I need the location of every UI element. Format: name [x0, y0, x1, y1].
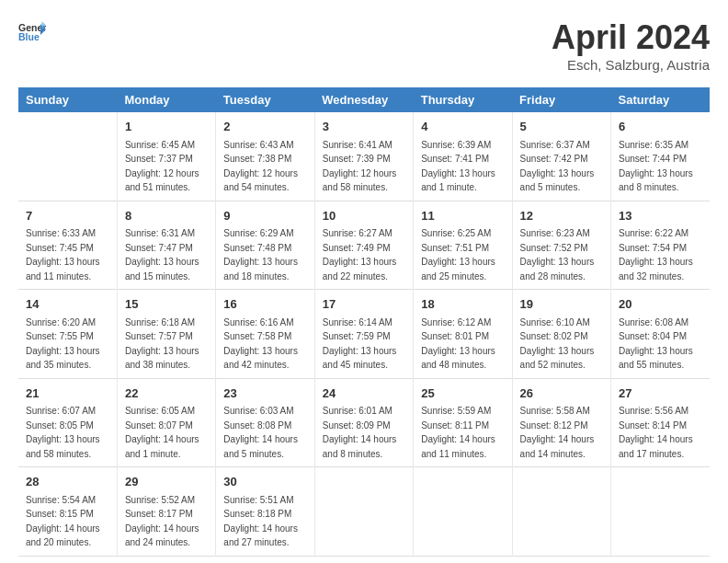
day-info: Sunrise: 6:35 AM Sunset: 7:44 PM Dayligh… — [619, 138, 702, 195]
calendar-location: Esch, Salzburg, Austria — [552, 57, 710, 73]
day-info: Sunrise: 6:08 AM Sunset: 8:04 PM Dayligh… — [619, 316, 702, 373]
day-cell: 28Sunrise: 5:54 AM Sunset: 8:15 PM Dayli… — [18, 467, 117, 557]
day-number: 29 — [125, 473, 208, 491]
day-cell: 27Sunrise: 5:56 AM Sunset: 8:14 PM Dayli… — [611, 378, 710, 467]
day-cell: 22Sunrise: 6:05 AM Sunset: 8:07 PM Dayli… — [117, 378, 215, 467]
day-cell — [314, 467, 413, 557]
day-cell: 29Sunrise: 5:52 AM Sunset: 8:17 PM Dayli… — [117, 467, 215, 557]
day-header-friday: Friday — [512, 87, 610, 112]
day-number: 2 — [223, 118, 306, 136]
day-header-thursday: Thursday — [414, 87, 512, 112]
day-cell: 6Sunrise: 6:35 AM Sunset: 7:44 PM Daylig… — [611, 112, 710, 201]
day-info: Sunrise: 6:23 AM Sunset: 7:52 PM Dayligh… — [520, 226, 603, 283]
calendar-title: April 2024 — [552, 18, 710, 57]
day-info: Sunrise: 6:27 AM Sunset: 7:49 PM Dayligh… — [323, 226, 405, 283]
day-number: 27 — [619, 385, 702, 403]
logo: General Blue — [18, 18, 46, 46]
day-cell: 25Sunrise: 5:59 AM Sunset: 8:11 PM Dayli… — [414, 378, 512, 467]
day-info: Sunrise: 6:07 AM Sunset: 8:05 PM Dayligh… — [26, 404, 109, 461]
day-number: 9 — [223, 207, 306, 225]
day-cell: 13Sunrise: 6:22 AM Sunset: 7:54 PM Dayli… — [611, 201, 710, 290]
day-number: 3 — [323, 118, 405, 136]
day-header-tuesday: Tuesday — [216, 87, 314, 112]
day-cell: 9Sunrise: 6:29 AM Sunset: 7:48 PM Daylig… — [216, 201, 314, 290]
day-cell: 1Sunrise: 6:45 AM Sunset: 7:37 PM Daylig… — [117, 112, 215, 201]
day-cell: 15Sunrise: 6:18 AM Sunset: 7:57 PM Dayli… — [117, 290, 215, 379]
day-number: 21 — [26, 385, 109, 403]
day-number: 12 — [520, 207, 603, 225]
day-number: 24 — [323, 385, 405, 403]
svg-text:Blue: Blue — [18, 31, 40, 42]
calendar-table: SundayMondayTuesdayWednesdayThursdayFrid… — [18, 87, 710, 557]
day-number: 15 — [125, 295, 208, 314]
day-number: 16 — [223, 295, 306, 314]
day-info: Sunrise: 6:45 AM Sunset: 7:37 PM Dayligh… — [125, 138, 208, 195]
days-header-row: SundayMondayTuesdayWednesdayThursdayFrid… — [18, 87, 710, 112]
day-number: 10 — [323, 207, 405, 225]
day-info: Sunrise: 5:56 AM Sunset: 8:14 PM Dayligh… — [619, 404, 702, 461]
day-number: 23 — [223, 385, 306, 403]
day-cell: 23Sunrise: 6:03 AM Sunset: 8:08 PM Dayli… — [216, 378, 314, 467]
day-cell: 30Sunrise: 5:51 AM Sunset: 8:18 PM Dayli… — [216, 467, 314, 557]
day-info: Sunrise: 6:25 AM Sunset: 7:51 PM Dayligh… — [421, 226, 504, 283]
day-number: 26 — [520, 385, 603, 403]
day-info: Sunrise: 5:52 AM Sunset: 8:17 PM Dayligh… — [125, 493, 208, 550]
day-number: 6 — [619, 118, 702, 136]
day-number: 5 — [520, 118, 603, 136]
day-info: Sunrise: 5:54 AM Sunset: 8:15 PM Dayligh… — [26, 493, 109, 550]
day-number: 8 — [125, 207, 208, 225]
week-row-4: 21Sunrise: 6:07 AM Sunset: 8:05 PM Dayli… — [18, 378, 710, 467]
day-info: Sunrise: 6:41 AM Sunset: 7:39 PM Dayligh… — [323, 138, 405, 195]
week-row-5: 28Sunrise: 5:54 AM Sunset: 8:15 PM Dayli… — [18, 467, 710, 557]
day-number: 22 — [125, 385, 208, 403]
day-info: Sunrise: 6:39 AM Sunset: 7:41 PM Dayligh… — [421, 138, 504, 195]
day-header-sunday: Sunday — [18, 87, 117, 112]
day-info: Sunrise: 6:05 AM Sunset: 8:07 PM Dayligh… — [125, 404, 208, 461]
day-cell: 18Sunrise: 6:12 AM Sunset: 8:01 PM Dayli… — [414, 290, 512, 379]
day-number: 14 — [26, 295, 109, 314]
day-cell: 16Sunrise: 6:16 AM Sunset: 7:58 PM Dayli… — [216, 290, 314, 379]
week-row-3: 14Sunrise: 6:20 AM Sunset: 7:55 PM Dayli… — [18, 290, 710, 379]
day-cell: 19Sunrise: 6:10 AM Sunset: 8:02 PM Dayli… — [512, 290, 610, 379]
day-number: 11 — [421, 207, 504, 225]
day-cell: 12Sunrise: 6:23 AM Sunset: 7:52 PM Dayli… — [512, 201, 610, 290]
logo-icon: General Blue — [18, 18, 46, 46]
day-number: 13 — [619, 207, 702, 225]
day-cell: 20Sunrise: 6:08 AM Sunset: 8:04 PM Dayli… — [611, 290, 710, 379]
day-cell: 7Sunrise: 6:33 AM Sunset: 7:45 PM Daylig… — [18, 201, 117, 290]
day-info: Sunrise: 6:29 AM Sunset: 7:48 PM Dayligh… — [223, 226, 306, 283]
day-info: Sunrise: 6:18 AM Sunset: 7:57 PM Dayligh… — [125, 316, 208, 373]
day-cell — [611, 467, 710, 557]
day-info: Sunrise: 5:51 AM Sunset: 8:18 PM Dayligh… — [223, 493, 306, 550]
day-number: 18 — [421, 295, 504, 314]
day-cell: 10Sunrise: 6:27 AM Sunset: 7:49 PM Dayli… — [314, 201, 413, 290]
day-number: 28 — [26, 473, 109, 491]
day-number: 19 — [520, 295, 603, 314]
week-row-2: 7Sunrise: 6:33 AM Sunset: 7:45 PM Daylig… — [18, 201, 710, 290]
day-info: Sunrise: 6:43 AM Sunset: 7:38 PM Dayligh… — [223, 138, 306, 195]
day-number: 17 — [323, 295, 405, 314]
day-info: Sunrise: 6:22 AM Sunset: 7:54 PM Dayligh… — [619, 226, 702, 283]
day-cell: 21Sunrise: 6:07 AM Sunset: 8:05 PM Dayli… — [18, 378, 117, 467]
day-number: 4 — [421, 118, 504, 136]
day-cell: 5Sunrise: 6:37 AM Sunset: 7:42 PM Daylig… — [512, 112, 610, 201]
day-info: Sunrise: 6:20 AM Sunset: 7:55 PM Dayligh… — [26, 316, 109, 373]
day-cell: 3Sunrise: 6:41 AM Sunset: 7:39 PM Daylig… — [314, 112, 413, 201]
day-cell: 24Sunrise: 6:01 AM Sunset: 8:09 PM Dayli… — [314, 378, 413, 467]
day-info: Sunrise: 6:14 AM Sunset: 7:59 PM Dayligh… — [323, 316, 405, 373]
day-number: 7 — [26, 207, 109, 225]
day-info: Sunrise: 6:03 AM Sunset: 8:08 PM Dayligh… — [223, 404, 306, 461]
day-cell: 14Sunrise: 6:20 AM Sunset: 7:55 PM Dayli… — [18, 290, 117, 379]
day-number: 30 — [223, 473, 306, 491]
week-row-1: 1Sunrise: 6:45 AM Sunset: 7:37 PM Daylig… — [18, 112, 710, 201]
day-info: Sunrise: 6:10 AM Sunset: 8:02 PM Dayligh… — [520, 316, 603, 373]
day-info: Sunrise: 6:37 AM Sunset: 7:42 PM Dayligh… — [520, 138, 603, 195]
day-header-saturday: Saturday — [611, 87, 710, 112]
day-cell — [18, 112, 117, 201]
day-cell: 8Sunrise: 6:31 AM Sunset: 7:47 PM Daylig… — [117, 201, 215, 290]
day-cell — [414, 467, 512, 557]
day-number: 1 — [125, 118, 208, 136]
page-header: General Blue April 2024 Esch, Salzburg, … — [18, 18, 710, 73]
day-info: Sunrise: 6:31 AM Sunset: 7:47 PM Dayligh… — [125, 226, 208, 283]
day-header-monday: Monday — [117, 87, 215, 112]
